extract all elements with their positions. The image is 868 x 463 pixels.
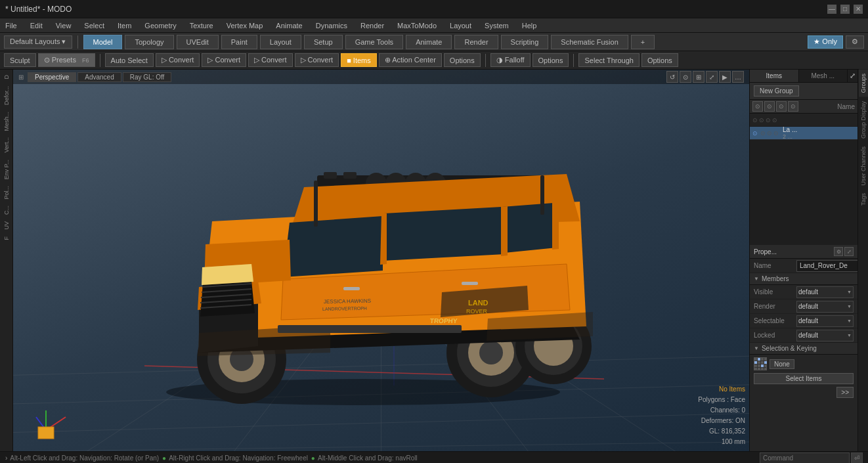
- render-select[interactable]: default: [796, 301, 854, 313]
- falloff-button[interactable]: ◑ Falloff: [490, 53, 531, 67]
- viewport-expand-btn[interactable]: ⤢: [706, 71, 718, 83]
- menu-vertexmap[interactable]: Vertex Map: [224, 20, 266, 31]
- tab-render[interactable]: Render: [454, 35, 498, 49]
- menu-item[interactable]: Item: [115, 20, 134, 31]
- menu-layout[interactable]: Layout: [447, 20, 474, 31]
- forward-button[interactable]: >>: [836, 387, 854, 398]
- minimize-button[interactable]: —: [827, 5, 836, 14]
- item-content: La ... 2 ...: [783, 126, 797, 140]
- convert-button-2[interactable]: ▷ Convert: [202, 53, 246, 67]
- sidebar-tab-pol[interactable]: Pol...: [2, 183, 11, 202]
- tab-setup[interactable]: Setup: [304, 35, 343, 49]
- sidebar-tab-uv[interactable]: UV: [2, 219, 11, 232]
- rs-tab-user-channels[interactable]: User Channels: [859, 143, 868, 190]
- sidebar-tab-defor[interactable]: Defor...: [2, 83, 11, 108]
- list-item[interactable]: ⊙ ⊙ ⊙ ⊙ La ... 2 ...: [750, 127, 857, 140]
- no-items-label: No Items: [698, 384, 745, 395]
- convert-button-1[interactable]: ▷ Convert: [156, 53, 200, 67]
- visible-select[interactable]: default: [796, 286, 854, 298]
- items-ctrl-btn-4[interactable]: ⊙: [788, 101, 798, 112]
- viewport-play-btn[interactable]: ▶: [719, 71, 731, 83]
- viewport-more-btn[interactable]: …: [732, 71, 744, 83]
- default-layouts-dropdown[interactable]: Default Layouts ▾: [4, 35, 72, 49]
- sidebar-tab-vert[interactable]: Vert...: [2, 135, 11, 156]
- viewport-tab-rayoff[interactable]: Ray GL: Off: [123, 72, 172, 82]
- tab-gametools[interactable]: Game Tools: [345, 35, 404, 49]
- grid-cell-12: [764, 364, 767, 367]
- presets-button[interactable]: ⊙ Presets F6: [38, 53, 95, 67]
- sidebar-tab-env[interactable]: Env P...: [2, 157, 11, 182]
- select-through-button[interactable]: Select Through: [578, 53, 639, 67]
- rp-tab-mesh[interactable]: Mesh ...: [799, 70, 848, 82]
- tab-layout[interactable]: Layout: [260, 35, 301, 49]
- viewport-tab-advanced[interactable]: Advanced: [77, 72, 121, 82]
- viewport-reset-btn[interactable]: ↺: [666, 71, 678, 83]
- options-button-1[interactable]: Options: [444, 53, 481, 67]
- maximize-button[interactable]: □: [840, 5, 850, 14]
- name-input[interactable]: [796, 260, 857, 272]
- menu-dynamics[interactable]: Dynamics: [313, 20, 350, 31]
- props-expand-btn[interactable]: ⤢: [844, 247, 854, 256]
- settings-button[interactable]: ⚙: [846, 35, 864, 49]
- convert-button-4[interactable]: ▷ Convert: [295, 53, 339, 67]
- none-button[interactable]: None: [770, 359, 794, 369]
- menu-file[interactable]: File: [3, 20, 20, 31]
- selectable-select[interactable]: default: [796, 315, 854, 327]
- menu-animate[interactable]: Animate: [273, 20, 305, 31]
- menu-system[interactable]: System: [482, 20, 511, 31]
- viewport-center-btn[interactable]: ⊙: [680, 71, 691, 83]
- tab-animate[interactable]: Animate: [406, 35, 452, 49]
- rs-tab-group-display[interactable]: Group Display: [859, 97, 868, 143]
- close-button[interactable]: ✕: [854, 5, 863, 14]
- grid-cell-14: [758, 368, 760, 370]
- rs-tab-tags[interactable]: Tags: [859, 189, 868, 209]
- items-ctrl-btn-2[interactable]: ⊙: [764, 101, 775, 112]
- tab-uvedit[interactable]: UVEdit: [177, 35, 219, 49]
- menu-edit[interactable]: Edit: [28, 20, 45, 31]
- auto-select-button[interactable]: Auto Select: [105, 53, 154, 67]
- menu-select[interactable]: Select: [81, 20, 107, 31]
- rp-expand-icon[interactable]: ⤢: [848, 70, 857, 82]
- command-input[interactable]: [760, 452, 850, 464]
- items-ctrl-btn-3[interactable]: ⊙: [776, 101, 787, 112]
- tab-add[interactable]: +: [631, 35, 655, 49]
- props-btn-1[interactable]: ⚙: [834, 247, 843, 256]
- viewport[interactable]: ⊞ Perspective Advanced Ray GL: Off ↺ ⊙ ⊞…: [13, 70, 749, 451]
- viewport-canvas[interactable]: LAND ROVER TROPHY JESSICA HAWKINS LANDRO…: [13, 70, 749, 451]
- sidebar-tab-f[interactable]: F: [2, 234, 11, 243]
- tab-schematic[interactable]: Schematic Fusion: [551, 35, 628, 49]
- sculpt-button[interactable]: Sculpt: [4, 53, 36, 67]
- window-controls[interactable]: — □ ✕: [827, 5, 863, 14]
- item-icon: ⊙: [752, 130, 758, 137]
- items-ctrl-btn-1[interactable]: ⊙: [752, 101, 763, 112]
- convert-button-3[interactable]: ▷ Convert: [248, 53, 293, 67]
- viewport-frame-btn[interactable]: ⊞: [693, 71, 705, 83]
- options-button-2[interactable]: Options: [532, 53, 569, 67]
- command-submit-btn[interactable]: ⏎: [851, 452, 863, 464]
- sidebar-tab-mesh[interactable]: Mesh...: [2, 109, 11, 134]
- rp-tab-items[interactable]: Items: [750, 70, 799, 82]
- menu-render[interactable]: Render: [358, 20, 387, 31]
- locked-select[interactable]: default: [796, 330, 854, 342]
- sidebar-tab-d[interactable]: D: [2, 72, 11, 82]
- menu-help[interactable]: Help: [519, 20, 540, 31]
- tab-topology[interactable]: Topology: [125, 35, 173, 49]
- star-only-button[interactable]: ★ Only: [808, 35, 843, 49]
- tab-model[interactable]: Model: [83, 35, 123, 49]
- tab-paint[interactable]: Paint: [221, 35, 257, 49]
- select-items-button[interactable]: Select Items: [754, 373, 854, 384]
- viewport-tab-perspective[interactable]: Perspective: [28, 72, 76, 82]
- menu-maxtomodo[interactable]: MaxToModo: [395, 20, 439, 31]
- sidebar-tab-c[interactable]: C...: [2, 203, 11, 217]
- options-button-3[interactable]: Options: [641, 53, 678, 67]
- action-center-button[interactable]: ⊕ Action Center: [379, 53, 442, 67]
- rs-tab-groups[interactable]: Groups: [859, 70, 868, 97]
- new-group-button[interactable]: New Group: [754, 85, 799, 97]
- grid-cell-5: [754, 361, 757, 364]
- menu-texture[interactable]: Texture: [187, 20, 216, 31]
- menu-view[interactable]: View: [53, 20, 74, 31]
- svg-rect-25: [343, 172, 357, 179]
- menu-geometry[interactable]: Geometry: [142, 20, 179, 31]
- tab-scripting[interactable]: Scripting: [501, 35, 549, 49]
- items-button[interactable]: ■ Items: [341, 53, 377, 67]
